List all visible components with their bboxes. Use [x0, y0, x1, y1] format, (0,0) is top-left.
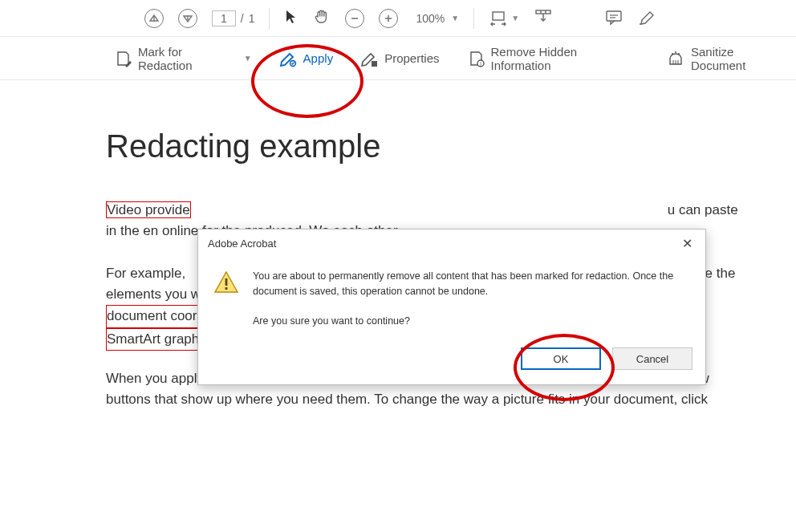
close-icon[interactable]: ✕	[677, 234, 697, 253]
svg-point-18	[675, 51, 676, 53]
properties-icon	[360, 50, 378, 67]
remove-hidden-icon: i	[467, 50, 485, 67]
apply-label: Apply	[303, 51, 334, 65]
doc-title: Redacting example	[106, 128, 748, 164]
zoom-out-button[interactable]	[345, 9, 364, 28]
mark-for-redaction-label: Mark for Redaction	[138, 45, 239, 72]
warning-icon	[213, 269, 240, 296]
page-number-input[interactable]: 1	[212, 10, 236, 26]
sanitize-label: Sanitize Document	[691, 45, 791, 72]
page-display-button[interactable]	[534, 8, 553, 29]
remove-hidden-label: Remove Hidden Information	[491, 45, 640, 72]
zoom-level[interactable]: 100%	[412, 11, 448, 26]
redaction-mark[interactable]: Video provide	[106, 201, 191, 218]
mark-for-redaction-button[interactable]: Mark for Redaction ▼	[109, 42, 257, 75]
viewer-toolbar: 1 / 1 100% ▼ ▼	[0, 0, 796, 37]
svg-rect-10	[607, 11, 621, 21]
scroll-down-button[interactable]	[178, 9, 197, 28]
svg-rect-23	[225, 278, 228, 286]
zoom-in-button[interactable]	[379, 9, 398, 28]
fit-width-button[interactable]: ▼	[489, 10, 519, 27]
svg-rect-6	[536, 10, 550, 14]
comment-icon[interactable]	[604, 8, 623, 29]
svg-rect-24	[225, 287, 228, 290]
remove-hidden-button[interactable]: i Remove Hidden Information	[462, 42, 645, 75]
chevron-down-icon: ▼	[511, 14, 519, 22]
hand-tool-icon[interactable]	[313, 8, 331, 29]
page-total: 1	[249, 12, 255, 25]
chevron-down-icon[interactable]: ▼	[244, 54, 252, 63]
dialog-message: You are about to permanently remove all …	[253, 269, 691, 299]
separator	[269, 8, 270, 29]
confirm-dialog: Adobe Acrobat ✕ You are about to permane…	[197, 229, 706, 385]
cancel-button[interactable]: Cancel	[612, 347, 692, 370]
redaction-toolbar: Mark for Redaction ▼ Apply Properties i …	[0, 37, 796, 80]
svg-point-17	[672, 53, 673, 55]
dialog-title: Adobe Acrobat	[208, 238, 276, 250]
selection-tool-icon[interactable]	[284, 9, 298, 28]
sanitize-icon	[667, 50, 684, 67]
properties-button[interactable]: Properties	[355, 47, 444, 71]
apply-icon	[279, 50, 297, 67]
ok-button[interactable]: OK	[521, 347, 601, 370]
highlight-icon[interactable]	[638, 8, 657, 29]
svg-point-19	[678, 53, 680, 55]
paragraph-text: For example,	[106, 266, 189, 281]
svg-rect-14	[372, 61, 377, 67]
page-sep: /	[241, 12, 244, 25]
dialog-question: Are you sure you want to continue?	[253, 314, 691, 329]
properties-label: Properties	[384, 51, 439, 65]
apply-button[interactable]: Apply	[274, 47, 339, 71]
page-indicator: 1 / 1	[212, 10, 254, 26]
separator	[473, 8, 474, 29]
sanitize-button[interactable]: Sanitize Document	[662, 42, 796, 75]
mark-redaction-icon	[114, 50, 132, 67]
zoom-dropdown-icon[interactable]: ▼	[451, 14, 459, 22]
svg-rect-5	[493, 12, 504, 20]
scroll-up-button[interactable]	[144, 9, 164, 28]
